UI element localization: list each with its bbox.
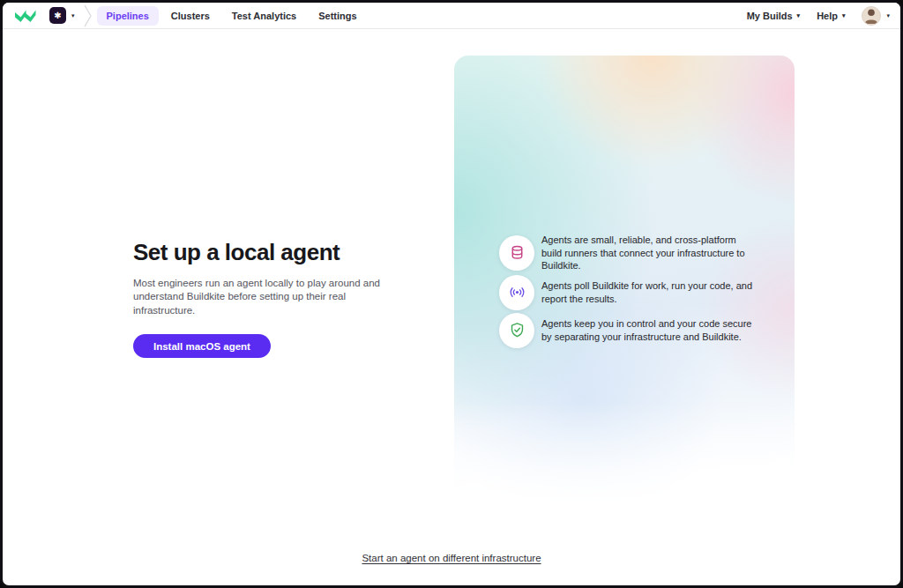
navbar-right: My Builds ▾ Help ▾ ▾ [747,6,890,26]
shield-check-icon [509,322,526,339]
my-builds-menu[interactable]: My Builds ▾ [747,11,800,21]
nav-item-clusters[interactable]: Clusters [161,6,220,26]
user-avatar [862,6,881,26]
org-avatar-badge: ✱ [49,7,66,24]
feature-item-secure: Agents keep you in control and your code… [499,313,764,348]
top-navbar: ✱ ▾ Pipelines Clusters Test Analytics Se… [3,3,900,29]
person-icon [862,6,880,25]
feature-text: Agents are small, reliable, and cross-pl… [541,234,753,272]
start-agent-different-infrastructure-link[interactable]: Start an agent on different infrastructu… [362,553,541,563]
org-switcher[interactable]: ✱ ▾ [49,7,75,24]
nav-item-test-analytics[interactable]: Test Analytics [222,6,306,26]
feature-item-build-runners: Agents are small, reliable, and cross-pl… [499,234,764,272]
buildkite-mark [13,8,37,24]
icon-circle [499,235,534,271]
help-label: Help [817,11,838,21]
feature-text: Agents keep you in control and your code… [541,317,753,343]
primary-nav: Pipelines Clusters Test Analytics Settin… [97,6,367,26]
buildkite-logo-icon[interactable] [13,8,37,24]
broadcast-icon [509,284,526,301]
nav-item-pipelines[interactable]: Pipelines [97,6,159,26]
nav-item-settings[interactable]: Settings [309,6,366,26]
footer-row: Start an agent on different infrastructu… [3,549,900,565]
user-menu[interactable]: ▾ [862,6,890,26]
agent-info-card: Agents are small, reliable, and cross-pl… [454,56,795,516]
help-menu[interactable]: Help ▾ [817,11,845,21]
chevron-down-icon: ▾ [797,12,801,19]
chevron-down-icon: ▾ [886,12,890,19]
icon-circle [499,275,534,310]
chevron-down-icon: ▾ [71,12,75,19]
page-description: Most engineers run an agent locally to p… [133,277,396,318]
feature-item-poll-work: Agents poll Buildkite for work, run your… [499,275,764,310]
install-macos-agent-button[interactable]: Install macOS agent [133,334,271,358]
breadcrumb-chevron-icon [84,4,92,27]
chevron-down-icon: ▾ [842,12,846,19]
feature-text: Agents poll Buildkite for work, run your… [541,279,753,305]
servers-icon [509,244,526,261]
my-builds-label: My Builds [747,11,793,21]
feature-list: Agents are small, reliable, and cross-pl… [499,234,764,348]
browser-window: ✱ ▾ Pipelines Clusters Test Analytics Se… [0,0,903,588]
icon-circle [499,313,534,348]
page-title: Set up a local agent [133,240,402,265]
setup-section: Set up a local agent Most engineers run … [133,240,402,358]
